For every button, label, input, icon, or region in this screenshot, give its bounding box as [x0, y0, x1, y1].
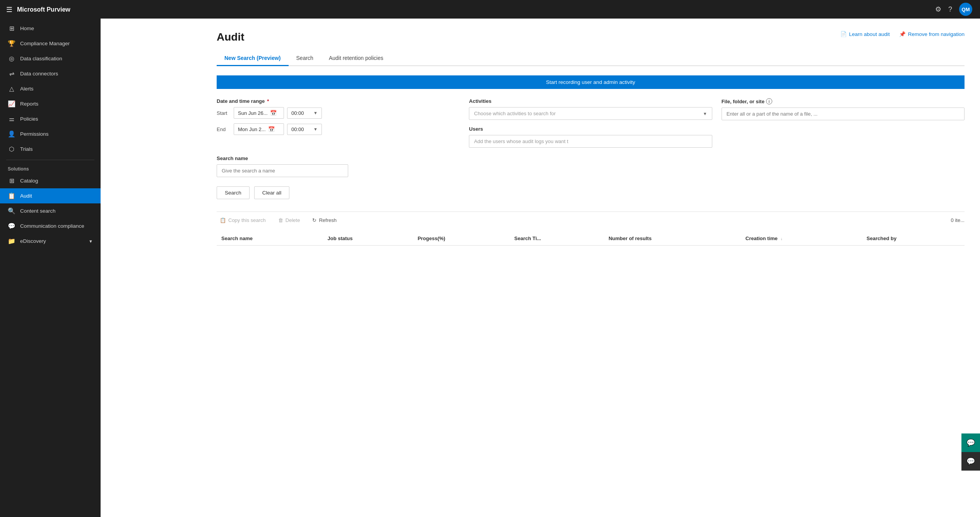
sidebar-item-reports[interactable]: 📈 Reports	[0, 96, 101, 111]
sidebar-item-content-search[interactable]: 🔍 Content search	[0, 203, 101, 218]
page-header: Audit 📄 Learn about audit 📌 Remove from …	[217, 31, 965, 43]
start-time-value: 00:00	[291, 110, 304, 116]
recording-banner[interactable]: Start recording user and admin activity	[217, 75, 965, 89]
col-header-num-results: Number of results	[604, 232, 741, 246]
start-label: Start	[217, 110, 231, 116]
col-header-searched-by: Searched by	[862, 232, 965, 246]
content-inner: Audit 📄 Learn about audit 📌 Remove from …	[201, 19, 980, 517]
end-calendar-icon: 📅	[268, 126, 275, 132]
end-date-input[interactable]: Mon Jun 2... 📅	[234, 123, 284, 135]
reports-icon: 📈	[8, 100, 15, 107]
sidebar-item-home[interactable]: ⊞ Home	[0, 21, 101, 36]
delete-icon: 🗑	[278, 217, 283, 223]
start-time-select[interactable]: 00:00 ▼	[287, 107, 322, 119]
date-time-label: Date and time range *	[217, 98, 460, 104]
main-content: Audit 📄 Learn about audit 📌 Remove from …	[201, 19, 980, 517]
remove-nav-link[interactable]: 📌 Remove from navigation	[899, 31, 965, 37]
search-name-section: Search name	[217, 155, 965, 177]
file-folder-site-input[interactable]	[722, 107, 965, 120]
sidebar-item-policies[interactable]: ⚌ Policies	[0, 111, 101, 126]
audit-icon: 📋	[8, 192, 15, 200]
learn-audit-link[interactable]: 📄 Learn about audit	[840, 31, 890, 37]
sidebar-item-catalog[interactable]: ⊞ Catalog	[0, 173, 101, 188]
users-input[interactable]: Add the users whose audit logs you want …	[469, 135, 712, 148]
sidebar-item-label-data-classification: Data classification	[20, 56, 62, 61]
sidebar-item-label-compliance-manager: Compliance Manager	[20, 41, 70, 46]
end-time-chevron: ▼	[313, 127, 318, 131]
col-header-search-name: Search name	[217, 232, 323, 246]
results-table: Search nameJob statusProgess(%)Search Ti…	[217, 232, 965, 246]
sidebar-item-compliance-manager[interactable]: 🏆 Compliance Manager	[0, 36, 101, 51]
col-header-progress: Progess(%)	[413, 232, 510, 246]
sidebar-item-label-policies: Policies	[20, 116, 38, 122]
alerts-icon: △	[8, 85, 15, 92]
users-placeholder: Add the users whose audit logs you want …	[474, 138, 568, 144]
sidebar-item-alerts[interactable]: △ Alerts	[0, 81, 101, 96]
learn-audit-label: Learn about audit	[849, 31, 890, 37]
required-marker: *	[267, 98, 269, 104]
file-folder-site-label: File, folder, or site i	[722, 98, 965, 104]
sidebar-nav: ⊞ Home🏆 Compliance Manager◎ Data classif…	[0, 19, 101, 517]
table-header-row: Search nameJob statusProgess(%)Search Ti…	[217, 232, 965, 246]
activities-placeholder: Choose which activities to search for	[474, 111, 556, 116]
copy-icon: 📋	[220, 217, 226, 223]
copy-search-label: Copy this search	[228, 217, 266, 223]
delete-label: Delete	[286, 217, 300, 223]
delete-button[interactable]: 🗑 Delete	[275, 216, 303, 225]
file-info-icon[interactable]: i	[766, 98, 772, 104]
sidebar-item-communication-compliance[interactable]: 💬 Communication compliance	[0, 218, 101, 234]
sidebar-item-label-ediscovery: eDiscovery	[20, 238, 46, 244]
remove-nav-icon: 📌	[899, 31, 906, 37]
solutions-label: Solutions	[0, 163, 101, 173]
clear-all-button[interactable]: Clear all	[254, 186, 290, 199]
chat-float-button[interactable]: 💬	[961, 433, 980, 452]
tab-audit-retention[interactable]: Audit retention policies	[321, 51, 391, 66]
sidebar-item-audit[interactable]: 📋 Audit	[0, 188, 101, 203]
sidebar-item-label-communication-compliance: Communication compliance	[20, 223, 84, 229]
sidebar-item-label-alerts: Alerts	[20, 86, 34, 92]
feedback-float-button[interactable]: 💬	[961, 452, 980, 471]
avatar[interactable]: QM	[959, 3, 972, 16]
sidebar-item-data-connectors[interactable]: ⇌ Data connectors	[0, 66, 101, 81]
search-form: Date and time range * Start Sun Jun 26..…	[217, 98, 965, 199]
end-date-row: End Mon Jun 2... 📅 00:00 ▼	[217, 123, 460, 135]
sidebar-item-label-reports: Reports	[20, 101, 38, 107]
ediscovery-chevron: ▼	[89, 239, 93, 244]
col-header-creation-time[interactable]: Creation time ↓	[741, 232, 862, 246]
start-date-input[interactable]: Sun Jun 26... 📅	[234, 107, 284, 119]
tab-search[interactable]: Search	[289, 51, 321, 66]
start-time-chevron: ▼	[313, 111, 318, 115]
col-header-search-time: Search Ti...	[510, 232, 604, 246]
sidebar-item-label-permissions: Permissions	[20, 131, 49, 137]
copy-search-button[interactable]: 📋 Copy this search	[217, 216, 269, 225]
results-count: 0 ite...	[951, 217, 965, 223]
sidebar-item-label-trials: Trials	[20, 146, 33, 152]
refresh-label: Refresh	[319, 217, 337, 223]
end-date-value: Mon Jun 2...	[238, 126, 266, 132]
sidebar-item-label-content-search: Content search	[20, 208, 56, 214]
topbar: ⚙ ? QM	[101, 0, 980, 19]
refresh-button[interactable]: ↻ Refresh	[309, 216, 340, 225]
search-name-label: Search name	[217, 155, 965, 161]
sort-icon: ↓	[780, 237, 782, 241]
toolbar-left: 📋 Copy this search 🗑 Delete ↻ Refresh	[217, 216, 340, 225]
date-time-group: Date and time range * Start Sun Jun 26..…	[217, 98, 460, 148]
activities-dropdown[interactable]: Choose which activities to search for ▼	[469, 107, 712, 120]
sidebar-item-permissions[interactable]: 👤 Permissions	[0, 126, 101, 142]
table-header: Search nameJob statusProgess(%)Search Ti…	[217, 232, 965, 246]
sidebar-item-trials[interactable]: ⬡ Trials	[0, 142, 101, 157]
sidebar-item-data-classification[interactable]: ◎ Data classification	[0, 51, 101, 66]
help-icon[interactable]: ?	[948, 5, 952, 14]
sidebar-item-ediscovery[interactable]: 📁 eDiscovery▼	[0, 234, 101, 249]
file-folder-site-group: File, folder, or site i	[722, 98, 965, 148]
data-classification-icon: ◎	[8, 55, 15, 62]
search-name-input[interactable]	[217, 164, 348, 177]
page-title: Audit	[217, 31, 245, 43]
end-time-select[interactable]: 00:00 ▼	[287, 124, 322, 135]
settings-icon[interactable]: ⚙	[935, 5, 941, 14]
hamburger-icon[interactable]: ☰	[6, 5, 12, 14]
policies-icon: ⚌	[8, 115, 15, 123]
search-button[interactable]: Search	[217, 186, 250, 199]
tab-new-search-preview[interactable]: New Search (Preview)	[217, 51, 289, 66]
learn-audit-icon: 📄	[840, 31, 847, 37]
